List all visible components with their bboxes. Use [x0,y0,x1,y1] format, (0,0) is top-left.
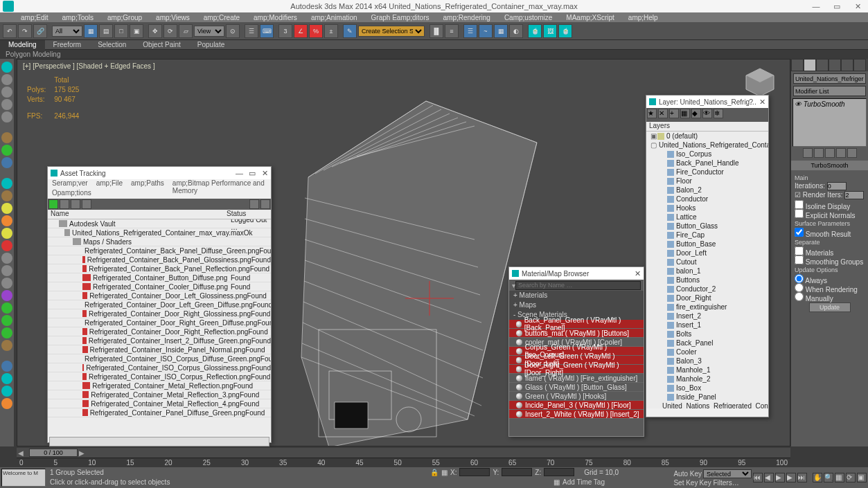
menu-item[interactable]: amp;Animation [311,14,357,21]
menu-item[interactable]: Camp;ustomize [504,14,552,21]
menu-item[interactable]: amp;Tools [62,14,94,21]
layer-row[interactable]: Lattice [646,213,768,222]
asset-col-name[interactable]: Name [48,210,227,219]
render-setup-button[interactable]: 🍵 [528,24,542,38]
configure-sets-button[interactable] [847,148,857,158]
snap-toggle-button[interactable]: 3 [278,24,292,38]
asset-maximize-button[interactable]: ▭ [249,169,256,178]
iterations-spinner[interactable] [827,182,847,190]
asset-tb-button[interactable] [71,199,80,209]
tool-icon[interactable] [1,74,12,85]
ribbon-tab[interactable]: Populate [189,40,233,50]
material-row[interactable]: buttons_mat ( VRayMtl ) [Buttons] [509,329,644,338]
close-button[interactable]: ✕ [847,2,868,11]
select-object-button[interactable]: ▦ [84,24,98,38]
layer-row[interactable]: Button_Base [646,240,768,248]
tool-icon[interactable] [1,62,12,73]
material-search-input[interactable] [515,281,641,290]
asset-list[interactable]: Autodesk VaultLogged Out …United_Nations… [48,219,271,435]
asset-row[interactable]: Refrigerated_Container_Button_Diffuse.pn… [48,273,271,282]
redo-button[interactable]: ↷ [18,24,32,38]
layer-row[interactable]: ▢United_Nations_Refrigerated_Container [646,141,768,150]
layer-row[interactable]: fire_extinguisher [646,302,768,311]
make-unique-button[interactable] [825,148,835,158]
asset-menu-item[interactable]: Seramp;ver [52,179,88,189]
menu-item[interactable]: amp;Create [204,14,240,21]
menu-item[interactable]: amp;Edit [21,14,48,21]
maxscript-listener[interactable]: Welcome to M [1,469,46,487]
layer-row[interactable]: Iso_Box [646,383,768,392]
layer-panel[interactable]: Layer: United_Nations_Refrig… ? ✕ ★ ✕ + … [646,95,769,417]
mat-section-maps[interactable]: + Maps [509,300,644,310]
ref-coord-dropdown[interactable]: View [194,26,224,37]
object-name-field[interactable] [793,73,866,84]
undo-button[interactable]: ↶ [3,24,17,38]
material-row[interactable]: Incide_Panel_3 ( VRayMtl ) [Floor] [509,401,644,410]
sun-icon[interactable] [1,228,12,239]
remove-modifier-button[interactable] [836,148,846,158]
percent-snap-button[interactable]: % [309,24,323,38]
material-editor-button[interactable]: ◐ [509,24,523,38]
isolate-icon[interactable]: ▦ [553,478,560,486]
mat-section-materials[interactable]: + Materials [509,291,644,300]
prev-frame-button[interactable]: ◀ [764,473,774,482]
layer-row[interactable]: Balon_2 [646,186,768,195]
layer-row[interactable]: Cooler [646,347,768,356]
manipulate-button[interactable]: ☰ [245,24,258,38]
layer-row[interactable]: Door_Left [646,248,768,257]
tool-icon[interactable] [1,178,12,189]
curve-editor-button[interactable]: ~ [479,24,493,38]
material-list[interactable]: Back_Panel_Green ( VRayMtl ) [Back_Panel… [509,320,644,419]
select-name-button[interactable]: ▤ [99,24,113,38]
asset-minimize-button[interactable]: — [236,169,243,177]
asset-row[interactable]: Refrigerated_Container_Panel_Diffuse_Gre… [48,408,271,417]
layer-row[interactable]: Inside_Panel [646,392,768,401]
layer-help-button[interactable]: ? [749,98,753,106]
render-button[interactable]: 🍵 [558,24,572,38]
utilities-tab[interactable] [853,59,866,71]
layer-delete-button[interactable]: ✕ [658,109,668,118]
autokey-button[interactable]: Auto Key [673,470,702,478]
zoom-button[interactable]: 🔍 [824,473,833,482]
orbit-button[interactable]: ⟳ [846,473,856,482]
material-browser-panel[interactable]: Material/Map Browser ✕ ▾ + Materials + M… [508,266,644,437]
coord-type-icon[interactable]: ▦ [441,469,448,476]
menu-item[interactable]: amp;Group [107,14,142,21]
layer-close-button[interactable]: ✕ [759,98,765,107]
asset-row[interactable]: Refrigerated_Container_Back_Panel_Diffus… [48,246,271,255]
pin-stack-button[interactable] [803,148,813,158]
layer-row[interactable]: Buttons [646,275,768,284]
render-iters-spinner[interactable] [844,191,864,199]
next-key-button[interactable]: ▶ [79,449,85,457]
next-frame-button[interactable]: ▶ [786,473,796,482]
menu-item[interactable]: amp;Views [156,14,190,21]
layer-row[interactable]: Iso_Corpus [646,150,768,159]
schematic-view-button[interactable]: ▦ [494,24,508,38]
asset-row[interactable]: Maps / Shaders [48,237,271,246]
menu-item[interactable]: amp;Modifiers [254,14,297,21]
layer-row[interactable]: ▣0 (default) [646,132,768,141]
layer-manager-button[interactable]: ☰ [463,24,477,38]
tool-icon[interactable] [1,327,12,338]
asset-row[interactable]: Autodesk VaultLogged Out … [48,219,271,228]
z-coord-field[interactable] [544,468,574,476]
modify-tab[interactable] [804,59,816,71]
asset-tb-button[interactable] [82,199,91,209]
maximize-button[interactable]: ▭ [826,2,847,11]
menu-item[interactable]: MAamp;XScript [566,14,614,21]
sphere-icon[interactable] [1,132,12,143]
menu-item[interactable]: Graph Eamp;ditors [371,14,429,21]
layer-new-button[interactable]: ★ [647,109,657,118]
time-ruler[interactable]: 0510152025303540455055606570758085909510… [17,458,790,467]
asset-row[interactable]: Refrigerated_Container_Metal_Reflection.… [48,381,271,390]
asset-close-button[interactable]: ✕ [262,169,268,178]
layer-select-button[interactable]: ▦ [680,109,690,118]
spinner-snap-button[interactable]: ± [324,24,338,38]
key-mode-dropdown[interactable]: Selected [703,469,752,478]
tool-icon[interactable] [1,240,12,251]
display-tab[interactable] [841,59,853,71]
use-center-button[interactable]: ⊙ [226,24,240,38]
play-button[interactable]: ▶ [775,473,785,482]
expand-icon[interactable]: ▣ [650,132,657,140]
tool-icon[interactable] [1,398,12,409]
